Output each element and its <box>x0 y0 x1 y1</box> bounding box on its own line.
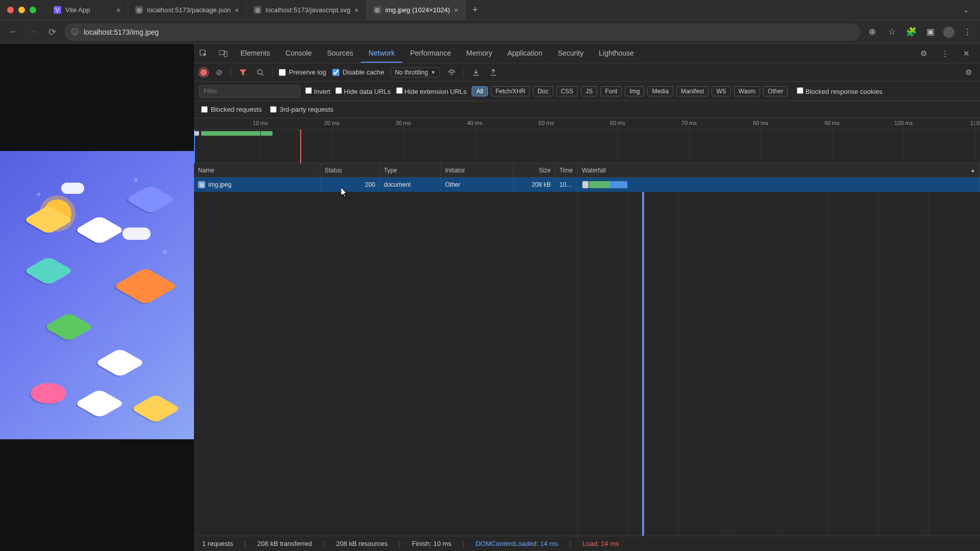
col-name[interactable]: Name <box>194 163 321 177</box>
maximize-window-button[interactable] <box>30 7 36 13</box>
type-filter-css[interactable]: CSS <box>556 86 578 96</box>
type-filter-js[interactable]: JS <box>581 86 597 96</box>
site-info-icon[interactable]: ⓘ <box>71 28 79 37</box>
device-toolbar-icon[interactable] <box>213 44 233 63</box>
col-type[interactable]: Type <box>380 163 441 177</box>
network-statusbar: 1 requests| 208 kB transferred| 208 kB r… <box>194 536 980 551</box>
devtools-settings-icon[interactable]: ⚙ <box>914 49 933 58</box>
table-header[interactable]: Name Status Type Initiator Size Time Wat… <box>194 163 980 178</box>
status-finish: Finish: 10 ms <box>412 540 451 547</box>
request-size: 208 kB <box>513 178 555 192</box>
request-name: img.jpeg <box>208 181 231 188</box>
traffic-lights <box>7 7 36 13</box>
devtools-tab-application[interactable]: Application <box>500 44 550 63</box>
tab-title: Vite App <box>65 6 90 14</box>
col-size[interactable]: Size <box>513 163 555 177</box>
devtools-tab-memory[interactable]: Memory <box>459 44 500 63</box>
back-button[interactable]: ← <box>6 25 20 39</box>
browser-tab[interactable]: ◎localhost:5173/package.json× <box>128 0 247 20</box>
inspect-element-icon[interactable] <box>194 44 213 63</box>
devtools-tab-console[interactable]: Console <box>278 44 319 63</box>
request-time: 10… <box>555 178 578 192</box>
devtools-tab-lighthouse[interactable]: Lighthouse <box>591 44 642 63</box>
type-filter-media[interactable]: Media <box>647 86 673 96</box>
request-type: document <box>380 178 441 192</box>
import-har-icon[interactable] <box>470 69 481 76</box>
type-filter-doc[interactable]: Doc <box>533 86 553 96</box>
search-icon[interactable] <box>255 69 266 76</box>
tab-close-icon[interactable]: × <box>354 6 358 14</box>
network-timeline-overview[interactable]: 10 ms20 ms30 ms40 ms50 ms60 ms70 ms80 ms… <box>194 118 980 163</box>
third-party-checkbox[interactable]: 3rd-party requests <box>270 106 334 113</box>
image-preview[interactable] <box>0 151 194 439</box>
browser-tab[interactable]: ◎img.jpeg (1024×1024)× <box>366 0 466 20</box>
type-filter-manifest[interactable]: Manifest <box>676 86 708 96</box>
blocked-requests-checkbox[interactable]: Blocked requests <box>201 106 262 113</box>
col-initiator[interactable]: Initiator <box>441 163 513 177</box>
close-window-button[interactable] <box>7 7 14 13</box>
filter-input[interactable] <box>199 85 300 97</box>
tab-close-icon[interactable]: × <box>116 6 120 14</box>
browser-tab[interactable]: VVite App× <box>46 0 128 20</box>
hide-extension-urls-checkbox[interactable]: Hide extension URLs <box>396 87 467 95</box>
network-request-table: Name Status Type Initiator Size Time Wat… <box>194 163 980 536</box>
type-filter-all[interactable]: All <box>472 86 487 96</box>
col-time[interactable]: Time <box>555 163 578 177</box>
table-row[interactable]: ▦img.jpeg 200 document Other 208 kB 10… <box>194 178 980 192</box>
request-waterfall <box>578 178 980 192</box>
col-waterfall[interactable]: Waterfall▲ <box>578 163 980 177</box>
devtools-tab-network[interactable]: Network <box>361 44 402 63</box>
col-status[interactable]: Status <box>321 163 380 177</box>
type-filter-fetch-xhr[interactable]: Fetch/XHR <box>491 86 530 96</box>
file-icon: ▦ <box>198 181 205 188</box>
network-settings-icon[interactable]: ⚙ <box>963 68 974 77</box>
new-tab-button[interactable]: + <box>466 5 484 15</box>
type-filter-wasm[interactable]: Wasm <box>734 86 761 96</box>
tab-close-icon[interactable]: × <box>454 6 458 14</box>
svg-line-4 <box>262 74 263 76</box>
address-bar[interactable]: ⓘ localhost:5173/img.jpeg <box>64 23 861 41</box>
type-filter-ws[interactable]: WS <box>712 86 730 96</box>
profile-icon[interactable] <box>943 27 954 38</box>
tab-title: img.jpeg (1024×1024) <box>385 6 450 14</box>
devtools-close-icon[interactable]: ✕ <box>957 49 976 58</box>
browser-tab[interactable]: ◎localhost:5173/javascript.svg× <box>247 0 366 20</box>
tab-close-icon[interactable]: × <box>235 6 239 14</box>
hide-data-urls-checkbox[interactable]: Hide data URLs <box>335 87 390 95</box>
devtools-tab-performance[interactable]: Performance <box>402 44 458 63</box>
type-filter-img[interactable]: Img <box>625 86 644 96</box>
browser-toolbar: ← → ⟳ ⓘ localhost:5173/img.jpeg ⊕ ☆ 🧩 ▣ … <box>0 20 980 44</box>
throttling-dropdown[interactable]: No throttling ▼ <box>390 67 440 78</box>
disable-cache-checkbox[interactable]: Disable cache <box>332 68 384 76</box>
expand-tabs-button[interactable]: ⌄ <box>959 6 973 14</box>
window-titlebar: VVite App×◎localhost:5173/package.json×◎… <box>0 0 980 20</box>
clear-button[interactable]: ⊘ <box>213 68 225 77</box>
bookmark-icon[interactable]: ☆ <box>885 27 898 37</box>
devtools-tab-security[interactable]: Security <box>550 44 592 63</box>
tab-favicon: V <box>54 6 61 14</box>
status-dcl: DOMContentLoaded: 14 ms <box>476 540 558 547</box>
reload-button[interactable]: ⟳ <box>45 25 59 39</box>
devtools-menu-icon[interactable]: ⋮ <box>935 49 954 58</box>
type-filter-other[interactable]: Other <box>763 86 788 96</box>
filter-toggle-icon[interactable] <box>237 69 249 76</box>
status-resources: 208 kB resources <box>336 540 387 547</box>
blocked-response-checkbox[interactable]: Blocked response cookies <box>797 87 883 95</box>
preserve-log-checkbox[interactable]: Preserve log <box>279 68 326 76</box>
devtools-tab-sources[interactable]: Sources <box>320 44 361 63</box>
forward-button[interactable]: → <box>26 25 40 39</box>
table-empty-area <box>194 192 980 536</box>
record-button[interactable] <box>200 69 207 76</box>
browser-menu-icon[interactable]: ⋮ <box>961 27 974 37</box>
tab-title: localhost:5173/javascript.svg <box>265 6 350 14</box>
type-filter-font[interactable]: Font <box>600 86 622 96</box>
invert-checkbox[interactable]: Invert <box>305 87 330 95</box>
side-panel-icon[interactable]: ▣ <box>924 27 937 37</box>
export-har-icon[interactable] <box>487 69 499 76</box>
extensions-icon[interactable]: 🧩 <box>904 27 918 37</box>
network-conditions-icon[interactable] <box>446 69 457 76</box>
zoom-icon[interactable]: ⊕ <box>866 27 879 37</box>
tab-favicon: ◎ <box>254 6 261 14</box>
devtools-tab-elements[interactable]: Elements <box>233 44 278 63</box>
minimize-window-button[interactable] <box>18 7 25 13</box>
